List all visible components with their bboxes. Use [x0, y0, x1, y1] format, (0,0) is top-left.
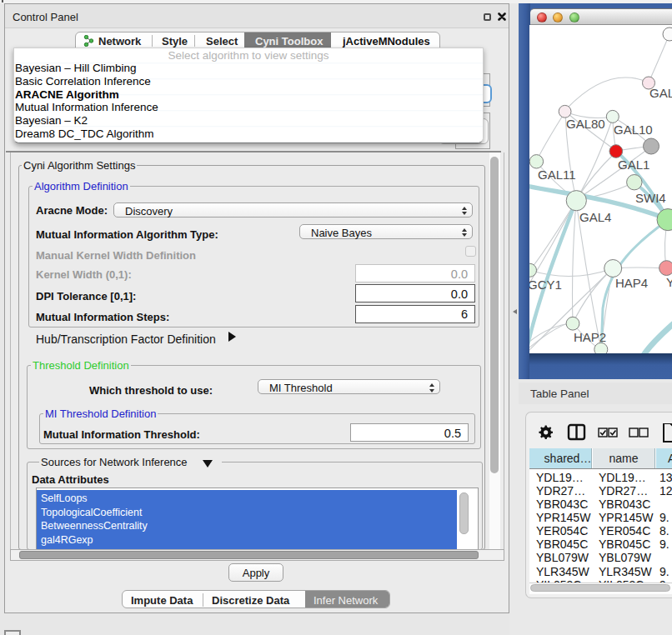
svg-text:GAL1: GAL1	[618, 158, 649, 172]
svg-text:GAL11: GAL11	[538, 168, 576, 182]
svg-text:HAP2: HAP2	[574, 330, 606, 344]
svg-text:GCY1: GCY1	[529, 278, 562, 292]
svg-text:HAP4: HAP4	[615, 276, 648, 290]
svg-text:GAL10: GAL10	[614, 122, 653, 137]
svg-text:GAL: GAL	[649, 86, 672, 100]
svg-text:Y: Y	[666, 275, 672, 289]
svg-text:GAL4: GAL4	[579, 210, 611, 224]
svg-text:SWI4: SWI4	[635, 191, 666, 205]
svg-text:GAL80: GAL80	[566, 117, 605, 131]
